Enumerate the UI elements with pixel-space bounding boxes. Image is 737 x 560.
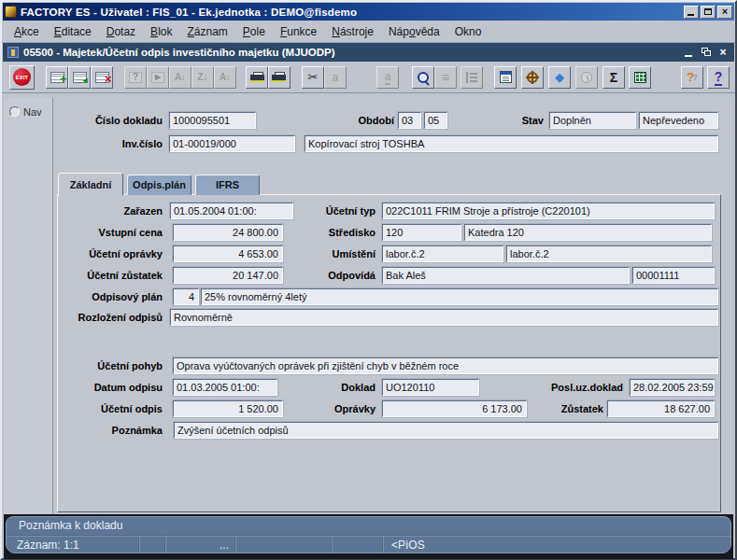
- umisteni-kod-field[interactable]: labor.č.2: [382, 245, 503, 262]
- ucetni-opravky-field[interactable]: 4 653.00: [173, 245, 283, 262]
- doklad-field[interactable]: UO120110: [382, 379, 479, 396]
- sort-ascending-button[interactable]: A↓: [169, 66, 191, 89]
- close-icon: ×: [722, 7, 728, 17]
- zoom-icon: [417, 71, 430, 84]
- cut-button[interactable]: ✂: [302, 66, 324, 89]
- datum-odpisu-field[interactable]: 01.03.2005 01:00:: [173, 379, 277, 396]
- vstupni-cena-label: Vstupní cena: [78, 227, 163, 238]
- nav-strip: Nav: [4, 98, 53, 514]
- detail-form-icon: [500, 71, 512, 83]
- obdobi-label: Období: [329, 115, 394, 126]
- message-console: Poznámka k dokladu Záznam: 1:1 ... <PìOS: [6, 516, 731, 553]
- inv-cislo-field[interactable]: 01-00019/000: [169, 135, 295, 152]
- odpisovy-plan-nazev-field[interactable]: 25% rovnoměrný 4letý: [201, 288, 718, 305]
- menu-pole[interactable]: Pole: [235, 22, 273, 41]
- opravky-label: Oprávky: [323, 403, 376, 414]
- menu-akce[interactable]: Akce: [7, 22, 47, 41]
- execute-query-button[interactable]: ▶: [147, 66, 169, 89]
- sum-button[interactable]: Σ: [602, 66, 625, 89]
- stredisko-nazev-field[interactable]: Katedra 120: [464, 224, 712, 241]
- menu-dotaz[interactable]: Dotaz: [99, 22, 143, 41]
- paste-button[interactable]: a: [376, 66, 399, 89]
- close-button[interactable]: ×: [717, 6, 732, 19]
- tab-odpis-plan[interactable]: Odpis.plán: [127, 175, 191, 195]
- print-list-button[interactable]: [268, 66, 291, 89]
- rozlozeni-odpisu-label: Rozložení odpisů: [60, 312, 163, 323]
- detail-form-button[interactable]: [494, 66, 517, 89]
- maximize-button[interactable]: [701, 6, 716, 19]
- insert-record-icon: +: [50, 72, 64, 83]
- exit-button[interactable]: EXIT: [9, 65, 35, 90]
- mdi-close-button[interactable]: ×: [716, 47, 730, 58]
- excel-export-button[interactable]: [629, 66, 651, 89]
- inv-nazev-field[interactable]: Kopírovací stroj TOSHBA: [305, 135, 718, 152]
- ucetni-odpis-field[interactable]: 1 520.00: [173, 400, 283, 417]
- alert-gem-icon: ◆: [555, 70, 564, 84]
- zarazen-field[interactable]: 01.05.2004 01:00:: [170, 203, 293, 219]
- poznamka-label: Poznámka: [92, 425, 163, 436]
- sort-descending-button[interactable]: Z↓: [191, 66, 214, 89]
- context-help-button[interactable]: ??: [681, 66, 703, 89]
- ucetni-zustatek-field[interactable]: 20 147.00: [173, 267, 283, 284]
- stav-field[interactable]: Doplněn: [549, 112, 636, 129]
- list-values-button[interactable]: ≡: [434, 66, 457, 89]
- delete-record-button[interactable]: ×: [91, 66, 113, 89]
- umisteni-label: Umístění: [318, 248, 376, 259]
- ucetni-pohyb-label: Účetní pohyb: [78, 360, 163, 371]
- vstupni-cena-field[interactable]: 24 800.00: [173, 224, 283, 241]
- minimize-button[interactable]: [684, 6, 699, 19]
- mdi-minimize-button[interactable]: [683, 47, 696, 58]
- alert-button[interactable]: ◆: [548, 66, 571, 89]
- zustatek-field[interactable]: 18 627.00: [607, 400, 715, 417]
- title-bar: FACTORY ES - Uživatel : FIS_01 - Ek.jedn…: [3, 3, 734, 21]
- zustatek-label: Zůstatek: [549, 403, 603, 414]
- posl-uz-doklad-field[interactable]: 28.02.2005 23:59:: [630, 379, 715, 396]
- cislo-dokladu-field[interactable]: 1000095501: [169, 112, 256, 129]
- odpovida-field[interactable]: Bak Aleš: [382, 267, 630, 284]
- menu-napoveda[interactable]: Nápověda: [381, 22, 447, 41]
- sort-settings-button[interactable]: A↕: [214, 66, 236, 89]
- clock-button[interactable]: [575, 66, 598, 89]
- stav-prevod-field[interactable]: Nepřevedeno: [639, 112, 718, 129]
- minimize-icon: [687, 14, 694, 16]
- rozlozeni-odpisu-field[interactable]: Rovnoměrně: [170, 309, 718, 326]
- tab-panel: [57, 194, 721, 512]
- odpovida-kod-field[interactable]: 00001111: [632, 267, 715, 284]
- helm-button[interactable]: [521, 66, 544, 89]
- app-icon: [5, 6, 17, 18]
- menu-okno[interactable]: Okno: [447, 22, 489, 41]
- ucetni-typ-field[interactable]: 022C1011 FRIM Stroje a přístroje (C22010…: [382, 203, 715, 219]
- tree-view-button[interactable]: [461, 66, 483, 89]
- menu-zaznam[interactable]: Záznam: [179, 22, 234, 41]
- obdobi-rok-field[interactable]: 05: [424, 112, 447, 129]
- menu-funkce[interactable]: Funkce: [273, 22, 324, 41]
- copy-button[interactable]: a: [324, 66, 347, 89]
- menu-blok[interactable]: Blok: [143, 22, 179, 41]
- stredisko-label: Středisko: [312, 227, 376, 238]
- execute-query-icon: ▶: [151, 72, 164, 83]
- insert-record-button[interactable]: +: [46, 66, 68, 89]
- mdi-title-bar: 05500 - Majetek/Účetní odpis investičníh…: [3, 43, 734, 62]
- save-record-button[interactable]: ◄: [68, 66, 91, 89]
- ucetni-pohyb-field[interactable]: Oprava vyúčtovaných oprávek při zjištění…: [173, 357, 718, 374]
- tab-zakladni[interactable]: Základní: [58, 173, 123, 196]
- menu-bar: Akce Editace Dotaz Blok Záznam Pole Funk…: [2, 21, 735, 43]
- poznamka-field[interactable]: Zvýšení účetních odpisů: [174, 422, 718, 439]
- menu-editace[interactable]: Editace: [47, 22, 99, 41]
- print-button[interactable]: [246, 66, 268, 89]
- sigma-icon: Σ: [610, 70, 617, 85]
- menu-nastroje[interactable]: Nástroje: [324, 22, 381, 41]
- form-icon: [7, 47, 19, 58]
- odpisovy-plan-cislo-field[interactable]: 4: [173, 288, 199, 305]
- nav-radio[interactable]: [9, 106, 20, 117]
- obdobi-mesic-field[interactable]: 03: [398, 112, 421, 129]
- opravky-field[interactable]: 6 173.00: [382, 400, 527, 417]
- stredisko-kod-field[interactable]: 120: [382, 224, 461, 241]
- umisteni-nazev-field[interactable]: labor.č.2: [506, 245, 712, 262]
- help-button[interactable]: ?: [707, 66, 730, 89]
- zoom-button[interactable]: [412, 66, 434, 89]
- enter-query-button[interactable]: ?: [124, 66, 147, 89]
- mdi-restore-button[interactable]: [700, 47, 713, 58]
- tab-ifrs[interactable]: IFRS: [195, 175, 260, 195]
- list-values-icon: ≡: [442, 70, 449, 85]
